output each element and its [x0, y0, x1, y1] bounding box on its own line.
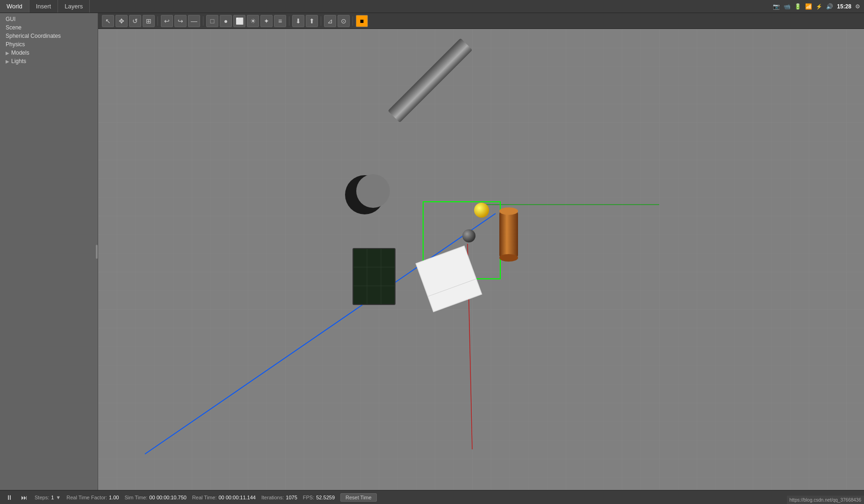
step-btn[interactable]: ⏭	[20, 493, 29, 502]
svg-point-13	[499, 254, 518, 262]
select-tool-btn[interactable]: ↖	[102, 15, 114, 27]
lights-arrow: ▶	[6, 59, 9, 64]
menu-tab-insert[interactable]: Insert	[29, 0, 58, 13]
real-time-value: 00 00:00:11.144	[218, 495, 256, 500]
fps-item: FPS: 52.5259	[303, 495, 335, 500]
steps-label: Steps:	[35, 495, 49, 500]
gui-label: GUI	[6, 16, 15, 22]
separator-5	[353, 16, 353, 26]
svg-point-12	[499, 207, 518, 215]
separator-1	[158, 16, 158, 26]
undo-btn[interactable]: ↩	[161, 15, 173, 27]
rotate-icon: ↺	[132, 17, 138, 25]
separator-3	[289, 16, 289, 26]
export-icon: ⬆	[309, 17, 315, 25]
cylinder-btn[interactable]: ⬜	[233, 15, 245, 27]
minus-btn[interactable]: —	[188, 15, 200, 27]
record-icon[interactable]: 📹	[784, 3, 791, 10]
iterations-item: Iterations: 1075	[261, 495, 297, 500]
tree-item-lights[interactable]: ▶ Lights	[0, 57, 98, 65]
yellow-sphere-obj	[474, 203, 489, 218]
active-btn[interactable]: ■	[356, 15, 368, 27]
view-icon: ⊙	[341, 17, 346, 25]
box-btn[interactable]: □	[206, 15, 218, 27]
system-icons: 📷 📹 🔋 📶 ⚡ 🔊 15:28 ⚙	[773, 0, 864, 13]
panel-resize-handle[interactable]	[96, 245, 98, 259]
separator-2	[203, 16, 203, 26]
mesh-btn[interactable]: ≡	[274, 15, 286, 27]
volume-icon: 🔊	[826, 3, 833, 10]
models-label: Models	[11, 50, 29, 56]
step-icon: ⏭	[21, 494, 28, 501]
reset-time-btn[interactable]: Reset Time	[340, 493, 377, 502]
bluetooth-icon: ⚡	[816, 4, 822, 10]
svg-rect-11	[499, 211, 518, 258]
sim-time-value: 00 00:00:10.750	[149, 495, 187, 500]
pause-icon: ⏸	[6, 494, 13, 501]
viewport-svg	[98, 29, 864, 490]
scale-tool-btn[interactable]: ⊞	[143, 15, 155, 27]
active-icon: ■	[360, 17, 364, 25]
camera-btn[interactable]: ⊿	[324, 15, 336, 27]
gray-sphere-obj	[462, 229, 475, 242]
steps-arrow[interactable]: ▼	[56, 495, 61, 500]
dark-box-obj	[353, 248, 395, 305]
sim-time-label: Sim Time:	[124, 495, 147, 500]
realtime-factor-item: Real Time Factor: 1.00	[66, 495, 119, 500]
particle-icon: ✦	[264, 17, 269, 25]
box-icon: □	[210, 17, 214, 25]
iterations-label: Iterations:	[261, 495, 284, 500]
particle-btn[interactable]: ✦	[260, 15, 273, 27]
iterations-value: 1075	[286, 495, 297, 500]
rotate-tool-btn[interactable]: ↺	[129, 15, 141, 27]
realtime-factor-label: Real Time Factor:	[66, 495, 107, 500]
move-tool-btn[interactable]: ✥	[115, 15, 128, 27]
svg-rect-6	[353, 248, 395, 305]
screenshot-icon[interactable]: 📷	[773, 3, 780, 10]
left-panel: GUI Scene Spherical Coordinates Physics …	[0, 13, 98, 490]
menu-tab-world[interactable]: World	[0, 0, 29, 13]
export-btn[interactable]: ⬆	[306, 15, 318, 27]
import-icon: ⬇	[295, 17, 301, 25]
url-bar: https://blog.csdn.net/qq_37668436	[787, 496, 864, 504]
toolbar: ↖ ✥ ↺ ⊞ ↩ ↪ — □ ● ⬜ ☀ ✦ ≡	[98, 13, 864, 29]
realtime-factor-value: 1.00	[109, 495, 119, 500]
world-tree: GUI Scene Spherical Coordinates Physics …	[0, 13, 98, 67]
sphere-icon: ●	[224, 17, 228, 25]
settings-icon[interactable]: ⚙	[855, 3, 860, 10]
tree-item-models[interactable]: ▶ Models	[0, 49, 98, 57]
models-arrow: ▶	[6, 50, 9, 56]
svg-rect-1	[98, 29, 864, 490]
network-icon: 📶	[805, 3, 812, 10]
tree-item-spherical-coords[interactable]: Spherical Coordinates	[0, 32, 98, 40]
battery-icon: 🔋	[794, 3, 801, 10]
pause-btn[interactable]: ⏸	[5, 493, 14, 502]
real-time-item: Real Time: 00 00:00:11.144	[192, 495, 256, 500]
camera-icon: ⊿	[327, 17, 333, 25]
steps-value: 1	[51, 495, 54, 500]
tree-item-gui[interactable]: GUI	[0, 15, 98, 23]
sim-time-item: Sim Time: 00 00:00:10.750	[124, 495, 186, 500]
tree-item-physics[interactable]: Physics	[0, 40, 98, 49]
viewport[interactable]	[98, 29, 864, 490]
steps-item: Steps: 1 ▼	[35, 495, 61, 500]
scene-label: Scene	[6, 24, 22, 31]
redo-btn[interactable]: ↪	[174, 15, 187, 27]
view-btn[interactable]: ⊙	[338, 15, 350, 27]
import-btn[interactable]: ⬇	[292, 15, 304, 27]
status-bar: ⏸ ⏭ Steps: 1 ▼ Real Time Factor: 1.00 Si…	[0, 490, 864, 504]
move-icon: ✥	[119, 17, 124, 25]
redo-icon: ↪	[178, 17, 183, 25]
select-icon: ↖	[105, 17, 111, 25]
tree-item-scene[interactable]: Scene	[0, 23, 98, 32]
sun-btn[interactable]: ☀	[247, 15, 259, 27]
sun-icon: ☀	[250, 17, 256, 25]
spherical-coords-label: Spherical Coordinates	[6, 33, 61, 39]
clock: 15:28	[837, 3, 851, 10]
fps-value: 52.5259	[316, 495, 335, 500]
undo-icon: ↩	[164, 17, 170, 25]
lights-label: Lights	[11, 58, 26, 64]
url-text: https://blog.csdn.net/qq_37668436	[790, 497, 861, 503]
menu-tab-layers[interactable]: Layers	[58, 0, 90, 13]
sphere-btn[interactable]: ●	[220, 15, 232, 27]
